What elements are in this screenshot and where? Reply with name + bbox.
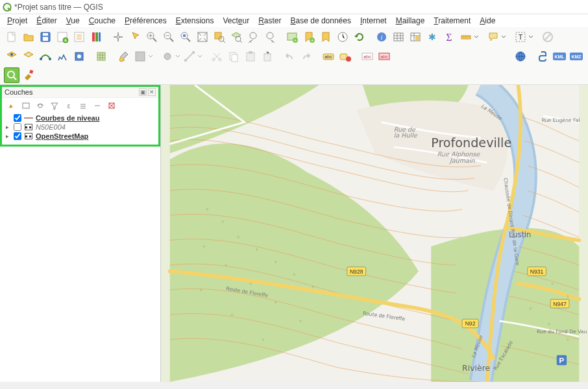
zoom-full-icon[interactable] bbox=[195, 29, 210, 45]
open-project-icon[interactable] bbox=[21, 29, 36, 45]
save-project-icon[interactable] bbox=[38, 29, 53, 45]
chevron-down-icon bbox=[501, 34, 506, 40]
expand-toggle-icon[interactable]: ▸ bbox=[6, 124, 11, 130]
menu-internet[interactable]: Internet bbox=[356, 15, 391, 27]
svg-point-98 bbox=[548, 323, 550, 325]
zoom-last-icon[interactable] bbox=[245, 29, 261, 45]
measure-dropdown[interactable] bbox=[458, 29, 479, 45]
menu-vue[interactable]: Vue bbox=[62, 15, 84, 27]
undo-icon[interactable] bbox=[282, 49, 297, 64]
vertex-tool-dropdown[interactable] bbox=[182, 49, 202, 64]
filter-legend-icon[interactable] bbox=[49, 100, 60, 112]
svg-text:KMZ: KMZ bbox=[571, 54, 582, 59]
zoom-in-icon[interactable] bbox=[144, 29, 160, 45]
menu-projet[interactable]: Projet bbox=[3, 15, 32, 27]
zoom-next-icon[interactable] bbox=[262, 29, 278, 45]
menu-editer[interactable]: Éditer bbox=[32, 15, 61, 27]
collapse-all-icon[interactable] bbox=[92, 100, 103, 112]
menu-bdd[interactable]: Base de données bbox=[286, 15, 356, 27]
layer-visibility-checkbox[interactable] bbox=[14, 123, 21, 131]
new-project-icon[interactable] bbox=[4, 29, 19, 45]
style-manager-icon[interactable] bbox=[88, 29, 104, 45]
svg-point-43 bbox=[49, 58, 51, 60]
new-vector-layer-icon[interactable] bbox=[38, 49, 53, 64]
show-bookmarks-icon[interactable] bbox=[318, 29, 334, 45]
zoom-selection-icon[interactable] bbox=[212, 29, 227, 45]
layout-manager-icon[interactable] bbox=[71, 29, 87, 45]
svg-point-82 bbox=[256, 248, 258, 251]
zoom-out-icon[interactable] bbox=[161, 29, 177, 45]
panel-close-icon[interactable]: ✕ bbox=[148, 88, 156, 96]
layer-visibility-checkbox[interactable] bbox=[14, 132, 21, 140]
zoom-native-icon[interactable] bbox=[178, 29, 193, 45]
layer-row-osm[interactable]: ▸ OpenStreetMap bbox=[5, 132, 156, 141]
menu-aide[interactable]: Aide bbox=[475, 15, 500, 27]
abc-labeling-icon[interactable]: abc bbox=[321, 49, 336, 64]
pan-selection-icon[interactable] bbox=[127, 29, 143, 45]
panel-undock-icon[interactable]: ▣ bbox=[139, 88, 147, 96]
svg-point-42 bbox=[40, 58, 42, 60]
svg-point-21 bbox=[250, 32, 256, 39]
layer-visibility-checkbox[interactable] bbox=[14, 114, 21, 122]
new-print-layout-icon[interactable]: + bbox=[55, 29, 70, 45]
filter-expression-icon[interactable]: ε bbox=[63, 100, 75, 112]
refresh-icon[interactable] bbox=[352, 29, 367, 45]
field-calculator-icon[interactable] bbox=[408, 29, 423, 45]
labeling-options-icon[interactable] bbox=[337, 49, 353, 64]
pan-icon[interactable] bbox=[110, 29, 126, 45]
add-delimited-text-icon[interactable] bbox=[55, 49, 70, 64]
add-gps-layer-icon[interactable] bbox=[71, 49, 87, 64]
menu-traitement[interactable]: Traitement bbox=[429, 15, 475, 27]
remove-layer-icon[interactable] bbox=[106, 100, 117, 112]
expand-toggle-icon[interactable]: ▸ bbox=[6, 133, 11, 139]
delete-selected-icon[interactable] bbox=[260, 49, 275, 64]
menu-vecteur[interactable]: Vecteur bbox=[218, 15, 254, 27]
add-raster-layer-icon[interactable] bbox=[21, 49, 36, 64]
add-feature-dropdown[interactable] bbox=[160, 49, 180, 64]
abc-diag-icon[interactable]: abc bbox=[376, 49, 392, 64]
statistics-icon[interactable]: ✱ bbox=[424, 29, 440, 45]
python-console-icon[interactable] bbox=[535, 49, 550, 64]
kmz-export-icon[interactable]: KMZ bbox=[569, 49, 584, 64]
manage-visibility-icon[interactable] bbox=[34, 100, 46, 112]
cut-features-icon[interactable] bbox=[209, 49, 225, 64]
add-spatialite-layer-icon[interactable] bbox=[93, 49, 109, 64]
abc-box-icon[interactable]: abc bbox=[360, 49, 375, 64]
copy-features-icon[interactable] bbox=[226, 49, 241, 64]
layer-row-n50e004[interactable]: ▸ N50E004 bbox=[5, 123, 156, 132]
paste-features-icon[interactable] bbox=[243, 49, 258, 64]
identify-icon[interactable]: i bbox=[374, 29, 389, 45]
layer-style-icon[interactable] bbox=[6, 100, 18, 112]
svg-text:N947: N947 bbox=[553, 301, 567, 307]
processing-toolbox-icon[interactable] bbox=[21, 67, 36, 83]
svg-rect-73 bbox=[29, 69, 33, 73]
expand-all-icon[interactable] bbox=[77, 100, 89, 112]
redo-icon[interactable] bbox=[299, 49, 314, 64]
maptips-dropdown[interactable] bbox=[485, 29, 506, 45]
temporal-controller-icon[interactable] bbox=[335, 29, 350, 45]
menu-couche[interactable]: Couche bbox=[84, 15, 120, 27]
kml-export-icon[interactable]: KML bbox=[552, 49, 567, 64]
svg-point-48 bbox=[164, 53, 171, 60]
layer-row-courbes[interactable]: Courbes de niveau bbox=[5, 113, 156, 123]
window-titlebar: *Projet sans titre — QGIS bbox=[0, 0, 588, 14]
add-group-icon[interactable] bbox=[20, 100, 32, 112]
map-canvas[interactable]: Profondeville Lustin Rivière Rue dela Hu… bbox=[161, 85, 588, 382]
menu-extensions[interactable]: Extensions bbox=[171, 15, 219, 27]
zoom-layer-icon[interactable] bbox=[228, 29, 244, 45]
sigma-icon[interactable]: Σ bbox=[441, 29, 457, 45]
open-attribute-table-icon[interactable] bbox=[391, 29, 406, 45]
quick-osm-icon[interactable] bbox=[4, 67, 19, 83]
no-action-icon[interactable] bbox=[540, 29, 556, 45]
add-vector-layer-icon[interactable] bbox=[4, 49, 19, 64]
globe-icon[interactable] bbox=[513, 49, 528, 64]
save-edits-dropdown[interactable] bbox=[132, 49, 153, 64]
toggle-editing-icon[interactable] bbox=[116, 49, 131, 64]
new-map-view-icon[interactable]: + bbox=[284, 29, 300, 45]
qgis-app-icon bbox=[3, 3, 12, 12]
menu-raster[interactable]: Raster bbox=[254, 15, 286, 27]
annotation-text-dropdown[interactable]: T bbox=[513, 29, 533, 45]
menu-maillage[interactable]: Maillage bbox=[391, 15, 430, 27]
menu-preferences[interactable]: Préférences bbox=[120, 15, 171, 27]
new-bookmark-icon[interactable]: + bbox=[301, 29, 317, 45]
